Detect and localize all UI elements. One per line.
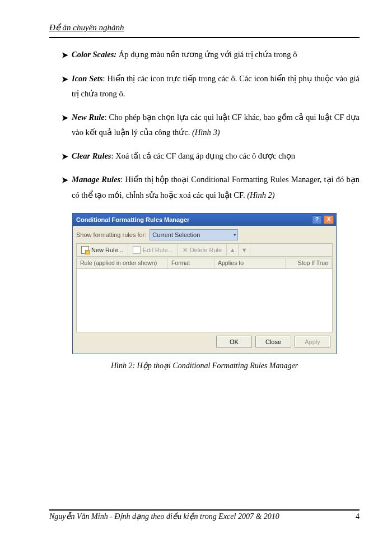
bullet-label: Icon Sets [72, 74, 102, 83]
new-rule-label: New Rule... [91, 247, 123, 253]
new-rule-button[interactable]: New Rule... [77, 244, 128, 256]
header-rule: Rule (applied in order shown) [77, 258, 168, 268]
bullet-label: New Rule [72, 113, 105, 122]
close-dialog-button[interactable]: Close [255, 336, 291, 348]
bullet-item: ➤ Color Scales: Áp dụng màu nền tương ứn… [62, 47, 360, 63]
show-rules-select[interactable]: Current Selection ▾ [150, 229, 238, 240]
apply-button[interactable]: Apply [295, 336, 330, 348]
page-number: 4 [356, 512, 360, 521]
dialog-title-text: Conditional Formatting Rules Manager [76, 216, 189, 223]
figure-reference: (Hình 2) [247, 191, 275, 200]
close-button[interactable]: X [324, 215, 334, 224]
footer-text: Nguyễn Văn Minh - Định dạng theo điều ki… [49, 512, 279, 521]
dialog-toolbar: New Rule... Edit Rule... ✕ Delete Rule ▲ [76, 243, 333, 257]
bullet-item: ➤ Manage Rules: Hiển thị hộp thoại Condi… [62, 172, 360, 203]
bullet-label: Color Scales: [72, 50, 116, 59]
delete-rule-label: Delete Rule [190, 247, 222, 253]
page-header-title: Đề án chuyên nghành [49, 22, 360, 33]
header-separator [49, 37, 360, 38]
edit-rule-icon [133, 246, 141, 254]
bullet-text: Áp dụng màu nền tương ứng với giá trị ch… [116, 50, 297, 59]
bullet-label: Manage Rules [72, 175, 120, 184]
bullet-arrow-icon: ➤ [62, 172, 72, 203]
bullet-item: ➤ New Rule: Cho phép bạn chọn lựa các qu… [62, 110, 360, 141]
dialog-conditional-formatting-rules-manager: Conditional Formatting Rules Manager ? X… [72, 213, 337, 354]
rules-list-header: Rule (applied in order shown) Format App… [76, 258, 333, 269]
help-button[interactable]: ? [312, 215, 322, 224]
header-stop-if-true: Stop If True [286, 258, 332, 268]
new-rule-icon [81, 246, 89, 254]
arrow-down-icon: ▼ [241, 247, 248, 253]
edit-rule-button[interactable]: Edit Rule... [128, 244, 178, 256]
delete-rule-icon: ✕ [183, 247, 188, 254]
header-applies-to: Applies to [214, 258, 286, 268]
move-down-button[interactable]: ▼ [239, 244, 250, 256]
delete-rule-button[interactable]: ✕ Delete Rule [178, 244, 227, 256]
chevron-down-icon: ▾ [234, 232, 236, 238]
bullet-label: Clear Rules [72, 151, 111, 160]
bullet-arrow-icon: ➤ [62, 149, 72, 165]
select-value: Current Selection [152, 231, 200, 238]
footer-separator [49, 509, 360, 511]
bullet-item: ➤ Clear Rules: Xoá tất cả các CF đang áp… [62, 149, 360, 165]
rules-list[interactable] [76, 269, 333, 332]
bullet-item: ➤ Icon Sets: Hiển thị các icon trực tiếp… [62, 71, 360, 102]
edit-rule-label: Edit Rule... [143, 247, 173, 253]
show-rules-label: Show formatting rules for: [76, 231, 146, 238]
bullet-arrow-icon: ➤ [62, 47, 72, 63]
move-up-button[interactable]: ▲ [227, 244, 239, 256]
figure-caption: Hình 2: Hộp thoại Conditional Formatting… [49, 361, 360, 370]
bullet-arrow-icon: ➤ [62, 71, 72, 102]
arrow-up-icon: ▲ [230, 247, 236, 253]
bullet-arrow-icon: ➤ [62, 110, 72, 141]
bullet-text: : Hiển thị các icon trực tiếp trong các … [72, 74, 360, 99]
dialog-titlebar[interactable]: Conditional Formatting Rules Manager ? X [73, 214, 336, 226]
header-format: Format [168, 258, 214, 268]
bullet-text: : Xoá tất cả các CF đang áp dụng cho các… [111, 151, 296, 160]
ok-button[interactable]: OK [216, 336, 252, 348]
figure-reference: (Hình 3) [192, 128, 220, 137]
